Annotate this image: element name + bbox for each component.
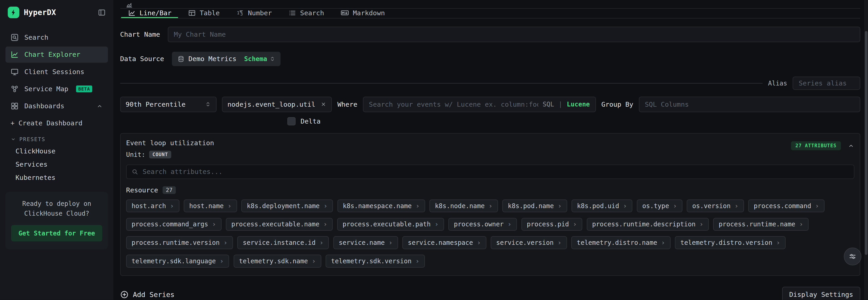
alias-label: Alias xyxy=(768,80,787,87)
attribute-chip[interactable]: process.executable.name xyxy=(226,218,333,231)
attributes-panel: Event loop utilization Unit: COUNT 27 AT… xyxy=(120,133,861,276)
line-bar-chart-icon xyxy=(128,9,136,17)
attribute-chip[interactable]: service.version xyxy=(491,236,567,249)
data-source-control: Demo Metrics Schema xyxy=(172,52,281,66)
series-row: 90th Percentile nodejs.event_loop.util W… xyxy=(120,97,861,112)
list-icon xyxy=(288,9,296,17)
attribute-chip[interactable]: os.type xyxy=(637,199,682,212)
attribute-chip[interactable]: os.version xyxy=(687,199,744,212)
app-window: HyperDX Search Chart Explorer xyxy=(0,0,868,300)
chevrons-up-down-icon xyxy=(269,56,276,62)
lucene-mode-toggle[interactable]: Lucene xyxy=(567,101,590,108)
attributes-search-input[interactable] xyxy=(143,168,849,175)
attribute-name: service.name xyxy=(339,239,385,246)
attribute-name: process.runtime.version xyxy=(132,239,220,246)
attribute-chip[interactable]: service.instance.id xyxy=(237,236,329,249)
attribute-chip[interactable]: telemetry.sdk.name xyxy=(234,255,321,267)
presets-header[interactable]: PRESETS xyxy=(5,132,108,144)
resource-group-row: Resource 27 xyxy=(126,186,854,194)
chart-export-icon[interactable] xyxy=(126,1,133,8)
sidebar-item-dashboards[interactable]: Dashboards xyxy=(5,98,108,114)
add-series-button[interactable]: Add Series xyxy=(120,291,175,299)
unit-label: Unit: xyxy=(126,151,145,158)
number-icon: 13 xyxy=(236,9,244,17)
preset-item[interactable]: Services xyxy=(5,158,108,171)
attribute-name: process.executable.name xyxy=(231,220,319,228)
attribute-chip[interactable]: process.runtime.description xyxy=(587,218,709,231)
attributes-search-wrap xyxy=(126,165,854,179)
chevron-up-icon[interactable] xyxy=(848,142,854,149)
attribute-chip[interactable]: process.executable.path xyxy=(337,218,444,231)
attribute-chip[interactable]: process.runtime.version xyxy=(126,236,233,249)
sidebar-item-chart-explorer[interactable]: Chart Explorer xyxy=(5,47,108,62)
attribute-chip[interactable]: host.name xyxy=(184,199,237,212)
presets-list: ClickHouse Services Kubernetes xyxy=(5,144,108,185)
attribute-chip[interactable]: service.name xyxy=(333,236,398,249)
tab-label: Markdown xyxy=(353,9,385,17)
resource-count-badge: 27 xyxy=(162,186,176,194)
sidebar-item-label: Service Map xyxy=(24,85,68,93)
attribute-chip[interactable]: k8s.deployment.name xyxy=(241,199,333,212)
sidebar-item-label: Client Sessions xyxy=(24,68,84,76)
chart-name-input[interactable] xyxy=(168,27,860,42)
attribute-chip[interactable]: service.namespace xyxy=(402,236,486,249)
resource-group-label: Resource xyxy=(126,186,158,194)
attribute-chip[interactable]: host.arch xyxy=(126,199,179,212)
aggregation-select[interactable]: 90th Percentile xyxy=(120,97,217,112)
alias-input[interactable] xyxy=(793,77,860,90)
attribute-chip[interactable]: process.command xyxy=(748,199,825,212)
preset-item[interactable]: Kubernetes xyxy=(5,171,108,184)
attribute-chip[interactable]: telemetry.distro.name xyxy=(571,236,671,249)
tab-search[interactable]: Search xyxy=(282,9,331,18)
tab-number[interactable]: 13 Number xyxy=(230,9,279,18)
attribute-name: os.type xyxy=(642,202,669,210)
sql-mode-toggle[interactable]: SQL xyxy=(542,101,554,108)
tab-markdown[interactable]: Markdown xyxy=(334,9,392,18)
attribute-name: os.version xyxy=(692,202,731,210)
attribute-name: process.owner xyxy=(454,220,504,228)
tab-line-bar[interactable]: Line/Bar xyxy=(121,9,178,18)
display-settings-button[interactable]: Display Settings xyxy=(782,287,860,300)
sidebar-item-search[interactable]: Search xyxy=(5,29,108,45)
tab-table[interactable]: Table xyxy=(182,9,226,18)
unit-row: Unit: COUNT xyxy=(126,151,214,158)
filter-sliders-button[interactable] xyxy=(844,248,862,265)
line-chart-icon xyxy=(10,50,19,59)
sidebar-item-client-sessions[interactable]: Client Sessions xyxy=(5,64,108,80)
attribute-chip[interactable]: process.owner xyxy=(448,218,517,231)
chevrons-up-down-icon xyxy=(205,101,211,107)
delta-checkbox[interactable] xyxy=(287,117,296,126)
where-input[interactable] xyxy=(369,101,538,108)
data-source-select[interactable]: Demo Metrics xyxy=(172,55,242,63)
attribute-chip[interactable]: k8s.namespace.name xyxy=(337,199,425,212)
metric-chip[interactable]: nodejs.event_loop.util xyxy=(222,97,332,112)
attribute-name: k8s.pod.uid xyxy=(577,202,619,210)
get-started-button[interactable]: Get Started for Free xyxy=(11,225,102,241)
hyperdx-logo-icon xyxy=(8,7,19,18)
attribute-chip[interactable]: telemetry.distro.version xyxy=(675,236,785,249)
attribute-name: process.runtime.name xyxy=(719,220,795,228)
chart-preview-edge xyxy=(120,0,861,9)
attribute-chip[interactable]: process.pid xyxy=(521,218,582,231)
create-dashboard-button[interactable]: + Create Dashboard xyxy=(5,114,108,132)
scrollbar-thumb[interactable] xyxy=(865,31,868,255)
attribute-chip[interactable]: process.command_args xyxy=(126,218,222,231)
sidebar-item-service-map[interactable]: Service Map BETA xyxy=(5,81,108,97)
attribute-chip[interactable]: telemetry.sdk.language xyxy=(126,255,229,267)
close-icon[interactable] xyxy=(320,101,327,107)
attribute-name: process.runtime.description xyxy=(592,220,695,228)
attribute-chip[interactable]: telemetry.sdk.version xyxy=(326,255,425,267)
group-by-input[interactable] xyxy=(639,97,860,112)
schema-button[interactable]: Schema xyxy=(242,55,281,63)
scrollbar-track[interactable] xyxy=(864,0,868,300)
attributes-panel-titles: Event loop utilization Unit: COUNT xyxy=(126,139,214,158)
preset-item[interactable]: ClickHouse xyxy=(5,144,108,158)
delta-label: Delta xyxy=(301,117,320,125)
attribute-chip[interactable]: k8s.pod.name xyxy=(502,199,567,212)
metric-description: Event loop utilization xyxy=(126,139,214,147)
attribute-chip[interactable]: k8s.pod.uid xyxy=(571,199,632,212)
attribute-chip[interactable]: k8s.node.name xyxy=(429,199,498,212)
attribute-chip[interactable]: process.runtime.name xyxy=(713,218,809,231)
attributes-header-right: 27 ATTRIBUTES xyxy=(791,139,854,150)
collapse-sidebar-icon[interactable] xyxy=(98,9,106,17)
